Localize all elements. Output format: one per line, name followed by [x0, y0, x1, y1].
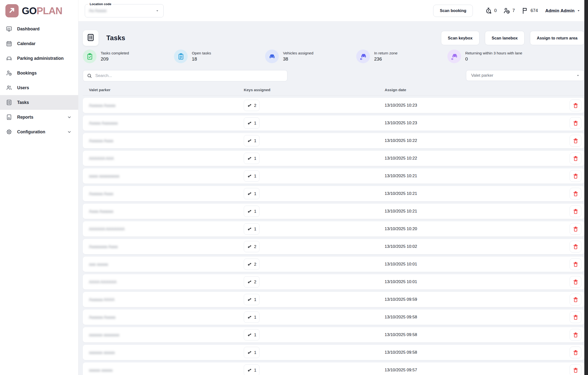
- scan-lanebox-button[interactable]: Scan lanebox: [485, 31, 525, 45]
- valet-parker-cell: aaa aaaaa: [89, 262, 244, 267]
- valet-parker-name: Aaaaa Aaaaaaa: [89, 121, 118, 125]
- keys-assigned-badge: 2: [244, 276, 259, 288]
- sidebar-item-dashboard[interactable]: Dashboard: [0, 22, 78, 36]
- valet-parker-name: Aaaaaa AAAA: [89, 297, 115, 302]
- delete-task-button[interactable]: [570, 364, 581, 375]
- table-row[interactable]: Aaaaaa Aaaaa 1 13/10/2025 09:58: [83, 310, 584, 325]
- delete-task-button[interactable]: [570, 241, 581, 252]
- stat-icon: [174, 50, 188, 63]
- table-body: Aaaaaa Aaaaa 2 13/10/2025 10:23 Aaa: [83, 98, 584, 375]
- delete-task-button[interactable]: [570, 188, 581, 200]
- sidebar-item-label: Reports: [17, 115, 33, 120]
- keys-assigned-cell: 1: [244, 223, 385, 235]
- row-actions: [567, 205, 584, 217]
- table-row[interactable]: Aaaa Aaaaaa 1 13/10/2025 10:21: [83, 204, 584, 219]
- stat-icon: [447, 50, 461, 63]
- row-actions: [567, 347, 584, 358]
- delete-task-button[interactable]: [570, 152, 581, 164]
- row-actions: [567, 364, 584, 375]
- location-code-select[interactable]: Location code Aa Aaaaa: [85, 4, 164, 17]
- delete-task-button[interactable]: [570, 347, 581, 358]
- valet-parker-cell: Aaaaa Aaaaaaa: [89, 121, 244, 125]
- sidebar-nav: Dashboard Calendar Parking administratio…: [0, 22, 78, 139]
- valet-parker-name: aaaaaa aaaaaaa: [89, 333, 119, 337]
- scan-keybox-button[interactable]: Scan keybox: [441, 31, 479, 45]
- keys-assigned-cell: 2: [244, 276, 385, 288]
- key-icon: [247, 315, 252, 320]
- assign-date: 13/10/2025 10:22: [385, 156, 567, 161]
- sidebar-item-icon: [6, 70, 12, 76]
- table-row[interactable]: Aaaaaa Aaaaa 2 13/10/2025 10:23: [83, 98, 584, 113]
- scrollbar[interactable]: [584, 0, 588, 375]
- delete-task-button[interactable]: [570, 117, 581, 129]
- table-row[interactable]: aaaa aaaaaaaaa 1 13/10/2025 10:21: [83, 168, 584, 184]
- table-row[interactable]: Aaaaaa Aaaa 1 13/10/2025 10:22: [83, 133, 584, 148]
- valet-parker-cell: Aaaaaa Aaaaa: [89, 103, 244, 108]
- keys-assigned-badge: 2: [244, 100, 259, 111]
- valet-parker-cell: Aaaaaa Aaaa: [89, 138, 244, 143]
- delete-task-button[interactable]: [570, 100, 581, 111]
- sidebar-item-label: Calendar: [17, 41, 36, 46]
- valet-parker-filter-label: Valet parker: [471, 73, 493, 78]
- delete-task-button[interactable]: [570, 223, 581, 235]
- brand-name-go: GO: [22, 5, 37, 16]
- sidebar-item-users[interactable]: Users: [0, 80, 78, 95]
- delete-task-button[interactable]: [570, 170, 581, 182]
- sidebar: GO PLAN Dashboard Calendar Parking admin…: [0, 0, 78, 375]
- table-row[interactable]: AAAAAA AAA 1 13/10/2025 10:22: [83, 151, 584, 166]
- delete-task-button[interactable]: [570, 329, 581, 341]
- sidebar-item-bookings[interactable]: Bookings: [0, 66, 78, 80]
- trash-icon: [573, 226, 579, 232]
- table-row[interactable]: aaaaaa aaaaa 1 13/10/2025 09:58: [83, 345, 584, 360]
- valet-parker-name: Aaaaaa Aaaaa: [89, 103, 115, 108]
- brand-logo[interactable]: GO PLAN: [0, 0, 78, 22]
- sidebar-item-parking-administration[interactable]: Parking administration: [0, 51, 78, 66]
- valet-parker-name: Aaaaaa Aaaaa: [89, 315, 115, 319]
- flag-icon: [521, 7, 528, 14]
- sidebar-item-reports[interactable]: Reports: [0, 110, 78, 125]
- sidebar-item-configuration[interactable]: Configuration: [0, 125, 78, 139]
- key-icon: [247, 103, 252, 108]
- table-row[interactable]: aaa aaaaa 2 13/10/2025 10:01: [83, 257, 584, 272]
- delete-task-button[interactable]: [570, 205, 581, 217]
- table-header: Valet parker Keys assigned Assign date: [83, 88, 584, 96]
- valet-parker-filter[interactable]: Valet parker: [466, 70, 584, 81]
- scan-booking-button[interactable]: Scan booking: [433, 5, 473, 17]
- trash-icon: [573, 279, 579, 285]
- delete-task-button[interactable]: [570, 135, 581, 147]
- delete-task-button[interactable]: [570, 258, 581, 270]
- table-row[interactable]: Aaaaaa AAAA 1 13/10/2025 09:59: [83, 292, 584, 307]
- key-icon: [247, 156, 252, 161]
- delete-task-button[interactable]: [570, 276, 581, 288]
- delete-task-button[interactable]: [570, 311, 581, 323]
- key-icon: [247, 297, 252, 302]
- row-actions: [567, 117, 584, 129]
- keys-assigned-cell: 1: [244, 347, 385, 358]
- sidebar-item-calendar[interactable]: Calendar: [0, 36, 78, 51]
- keys-assigned-badge: 1: [244, 294, 259, 305]
- table-row[interactable]: aaaaa aaaaa 1 13/10/2025 09:57: [83, 362, 584, 375]
- table-row[interactable]: aaaaaa aaaaaaa 1 13/10/2025 09:58: [83, 327, 584, 342]
- assign-date: 13/10/2025 10:21: [385, 191, 567, 196]
- valet-parker-name: Aaaaaa Aaaa: [89, 138, 113, 143]
- table-row[interactable]: Aaaaaaaa Aaaa 2 13/10/2025 10:02: [83, 239, 584, 254]
- sidebar-item-icon: [6, 114, 12, 120]
- user-menu[interactable]: Admin Admin: [545, 8, 581, 13]
- search-input[interactable]: [95, 73, 283, 78]
- keys-assigned-badge: 1: [244, 223, 259, 235]
- sidebar-item-tasks[interactable]: Tasks: [0, 95, 78, 110]
- keys-count: 2: [254, 103, 256, 108]
- valet-parker-cell: Aaaaaa Aaaaa: [89, 315, 244, 320]
- table-row[interactable]: Aaaaaa Aaaa 1 13/10/2025 10:21: [83, 186, 584, 201]
- table-row[interactable]: AAAA AAAAAA 2 13/10/2025 10:01: [83, 274, 584, 289]
- keys-count: 1: [254, 174, 256, 178]
- delete-task-button[interactable]: [570, 294, 581, 305]
- valet-parker-name: AAAAAA AAAAAAA: [89, 227, 125, 231]
- assign-to-return-area-button[interactable]: Assign to return area: [530, 31, 584, 45]
- keys-count: 2: [254, 280, 256, 284]
- table-row[interactable]: AAAAAA AAAAAAA 1 13/10/2025 10:20: [83, 221, 584, 237]
- assign-date: 13/10/2025 10:21: [385, 174, 567, 178]
- table-row[interactable]: Aaaaa Aaaaaaa 1 13/10/2025 10:23: [83, 115, 584, 131]
- keys-count: 1: [254, 297, 256, 302]
- keys-assigned-cell: 1: [244, 117, 385, 129]
